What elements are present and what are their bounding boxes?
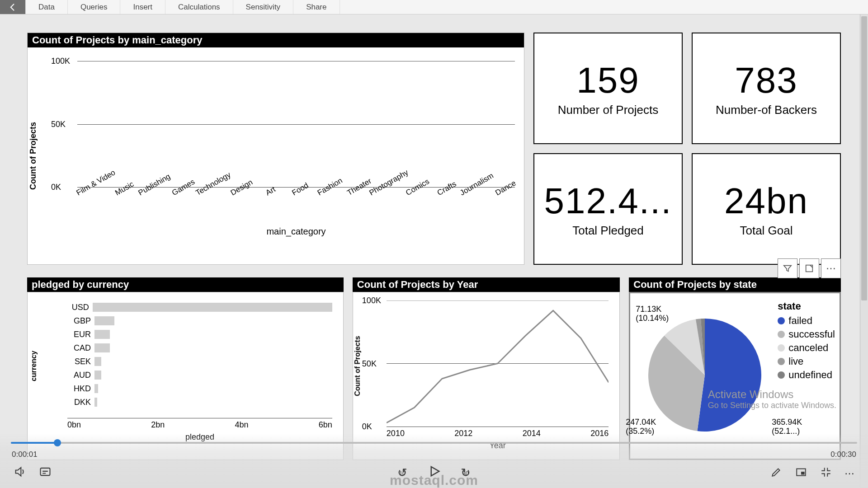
card-total-goal[interactable]: 24bn Total Goal bbox=[692, 153, 841, 265]
legend-dot-icon bbox=[778, 331, 785, 338]
chart-pledged-by-currency[interactable]: pledged by currency currency USDGBPEURCA… bbox=[27, 277, 344, 460]
currency-label: DKK bbox=[67, 398, 91, 407]
currency-row-dkk[interactable]: DKK bbox=[67, 395, 332, 409]
tab-sensitivity[interactable]: Sensitivity bbox=[233, 0, 294, 14]
currency-row-gbp[interactable]: GBP bbox=[67, 314, 332, 328]
x-tick: 6bn bbox=[319, 420, 332, 430]
currency-label: USD bbox=[67, 303, 89, 312]
pie-data-label: 71.13K(10.14%) bbox=[636, 305, 669, 323]
skip-back-button[interactable]: ↺10 bbox=[397, 466, 407, 480]
legend-dot-icon bbox=[778, 358, 785, 365]
seek-bar[interactable] bbox=[11, 442, 857, 444]
currency-label: GBP bbox=[67, 316, 91, 326]
currency-row-cad[interactable]: CAD bbox=[67, 341, 332, 355]
card-label: Number of Projects bbox=[558, 103, 659, 117]
y-axis-label: currency bbox=[30, 351, 38, 381]
y-tick: 50K bbox=[362, 359, 377, 368]
card-total-pledged[interactable]: 512.4... Total Pledged bbox=[533, 153, 683, 265]
time-total: 0:00:30 bbox=[830, 450, 856, 459]
skip-forward-button[interactable]: ↻30 bbox=[461, 466, 471, 480]
pie-svg bbox=[648, 319, 761, 432]
ribbon-tabs: Data Queries Insert Calculations Sensiti… bbox=[25, 0, 868, 14]
card-value: 159 bbox=[576, 60, 639, 101]
currency-label: SEK bbox=[67, 357, 91, 366]
chart-title: Count of Projects by Year bbox=[353, 277, 620, 292]
chart-projects-by-state[interactable]: ⋯ Count of Projects by state 71.13K(10.1… bbox=[629, 277, 841, 460]
activate-windows-watermark: Activate Windows Go to Settings to activ… bbox=[708, 388, 836, 410]
legend-item-live[interactable]: live bbox=[778, 356, 835, 367]
legend-header: state bbox=[778, 300, 835, 312]
more-icon[interactable]: ⋯ bbox=[844, 468, 854, 479]
back-button[interactable] bbox=[0, 0, 25, 14]
currency-row-eur[interactable]: EUR bbox=[67, 328, 332, 341]
legend-label: canceled bbox=[788, 342, 828, 354]
more-options-icon[interactable]: ⋯ bbox=[821, 258, 841, 278]
svg-rect-5 bbox=[801, 472, 805, 475]
chart-title: Count of Projects by state bbox=[629, 277, 841, 292]
pie-chart: 71.13K(10.14%) 247.04K(35.2%) 365.94K(52… bbox=[635, 300, 770, 454]
y-axis-label: Count of Projects bbox=[28, 122, 38, 190]
line-chart-svg bbox=[387, 300, 609, 427]
card-number-of-backers[interactable]: 783 Number-of Backers bbox=[692, 33, 841, 144]
report-canvas: Count of Projects by main_category Count… bbox=[0, 14, 868, 460]
svg-rect-3 bbox=[41, 468, 50, 475]
x-axis-label: main_category bbox=[77, 224, 515, 241]
ribbon: Data Queries Insert Calculations Sensiti… bbox=[0, 0, 868, 14]
focus-mode-icon[interactable] bbox=[799, 258, 819, 278]
legend-label: successful bbox=[788, 328, 835, 340]
x-tick: 4bn bbox=[235, 420, 249, 430]
currency-row-hkd[interactable]: HKD bbox=[67, 382, 332, 395]
legend-label: live bbox=[788, 356, 803, 367]
legend-dot-icon bbox=[778, 371, 785, 379]
legend-dot-icon bbox=[778, 344, 785, 352]
play-button[interactable] bbox=[427, 465, 441, 481]
y-axis-label: Count of Projects bbox=[354, 336, 362, 396]
currency-label: HKD bbox=[67, 384, 91, 394]
card-value: 24bn bbox=[724, 180, 808, 222]
card-number-of-projects[interactable]: 159 Number of Projects bbox=[533, 33, 683, 144]
chart-projects-by-category[interactable]: Count of Projects by main_category Count… bbox=[27, 33, 524, 265]
time-current: 0:00:01 bbox=[12, 450, 38, 459]
legend-item-successful[interactable]: successful bbox=[778, 328, 835, 340]
exit-fullscreen-icon[interactable] bbox=[820, 466, 832, 481]
currency-label: EUR bbox=[67, 330, 91, 339]
arrow-left-icon bbox=[8, 3, 17, 12]
card-label: Total Goal bbox=[740, 224, 793, 238]
currency-label: AUD bbox=[67, 371, 91, 380]
legend-item-failed[interactable]: failed bbox=[778, 315, 835, 327]
volume-icon[interactable] bbox=[14, 465, 26, 481]
tab-share[interactable]: Share bbox=[293, 0, 340, 14]
legend-item-canceled[interactable]: canceled bbox=[778, 342, 835, 354]
currency-row-sek[interactable]: SEK bbox=[67, 355, 332, 368]
legend-item-undefined[interactable]: undefined bbox=[778, 369, 835, 381]
filter-icon[interactable] bbox=[778, 258, 797, 278]
currency-row-usd[interactable]: USD bbox=[67, 300, 332, 314]
video-player-overlay: mostaql.com 0:00:01 0:00:30 ↺10 ↻30 ⋯ bbox=[0, 434, 868, 488]
currency-row-aud[interactable]: AUD bbox=[67, 368, 332, 382]
visual-header-icons: ⋯ bbox=[778, 258, 841, 278]
kpi-cards: 159 Number of Projects 783 Number-of Bac… bbox=[533, 33, 841, 265]
chart-title: Count of Projects by main_category bbox=[28, 33, 524, 47]
x-tick: 0bn bbox=[67, 420, 81, 430]
tab-calculations[interactable]: Calculations bbox=[165, 0, 233, 14]
captions-icon[interactable] bbox=[39, 465, 52, 481]
edit-icon[interactable] bbox=[770, 466, 782, 481]
card-label: Total Pledged bbox=[572, 224, 644, 238]
y-tick: 50K bbox=[51, 119, 66, 129]
tab-queries[interactable]: Queries bbox=[68, 0, 121, 14]
y-tick: 100K bbox=[51, 56, 70, 66]
tab-insert[interactable]: Insert bbox=[120, 0, 165, 14]
currency-label: CAD bbox=[67, 343, 91, 353]
card-value: 512.4... bbox=[544, 180, 672, 222]
legend-label: undefined bbox=[788, 369, 832, 381]
y-tick: 0K bbox=[51, 183, 61, 192]
y-tick: 100K bbox=[362, 296, 381, 305]
card-value: 783 bbox=[735, 60, 797, 101]
pip-icon[interactable] bbox=[795, 466, 807, 481]
x-tick: 2bn bbox=[151, 420, 165, 430]
y-tick: 0K bbox=[362, 422, 372, 432]
chart-title: pledged by currency bbox=[27, 277, 344, 292]
legend-label: failed bbox=[788, 315, 812, 327]
tab-data[interactable]: Data bbox=[25, 0, 68, 14]
chart-projects-by-year[interactable]: Count of Projects by Year Count of Proje… bbox=[353, 277, 620, 460]
